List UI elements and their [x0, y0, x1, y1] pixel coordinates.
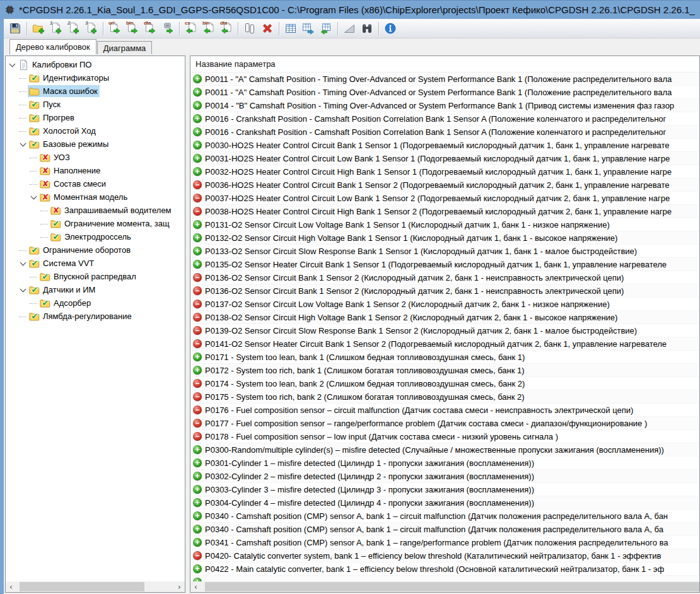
dtc-row[interactable]: P0171 - System too lean, bank 1 (Слишком… [190, 351, 699, 364]
tree-item[interactable]: ✔ Лямбда-регулирование [6, 310, 185, 323]
tree-item[interactable]: ✔ Ограничение момента, защ [6, 217, 185, 230]
tree-item[interactable]: ✔ Холостой Ход [6, 124, 185, 137]
add-file-3-button[interactable]: 3 [83, 20, 100, 37]
dtc-row[interactable]: P0136-O2 Sensor Circuit Bank 1 Sensor 2 … [190, 284, 699, 298]
expand-chevron-icon[interactable] [19, 259, 28, 268]
tree-item[interactable]: ✔ Впускной распредвал [6, 270, 185, 283]
dtc-row[interactable]: P0016 - Crankshaft Position - Camshaft P… [190, 112, 699, 125]
dtc-row[interactable]: P0141-O2 Sensor Heater Circuit Bank 1 Se… [190, 337, 699, 351]
expand-chevron-icon[interactable] [30, 166, 38, 175]
export-dta-button[interactable]: dta [142, 20, 158, 37]
import-dta-button[interactable]: dta [218, 20, 235, 37]
export-ori-button[interactable]: ori [107, 20, 123, 37]
expand-chevron-icon[interactable] [19, 127, 28, 136]
dtc-row[interactable]: P0038-HO2S Heater Control Circuit High B… [190, 205, 699, 218]
list-column-header[interactable]: Название параметра [190, 56, 699, 73]
dtc-row[interactable]: P0135-O2 Sensor Heater Circuit Bank 1 Se… [190, 258, 699, 271]
export-bin-button[interactable]: bin [124, 20, 141, 37]
expand-chevron-icon[interactable] [19, 286, 28, 294]
expand-chevron-icon[interactable] [19, 87, 28, 96]
expand-chevron-icon[interactable] [30, 299, 38, 308]
tree-item[interactable]: ✔ Система VVT [6, 257, 185, 270]
table-button[interactable] [283, 20, 299, 37]
dtc-row[interactable]: P0011 - "A" Camshaft Position - Timing O… [190, 86, 699, 99]
search-button[interactable] [359, 20, 375, 37]
dtc-row[interactable]: P0340 - Camshaft position (CMP) sensor A… [190, 523, 699, 536]
tree-item[interactable]: ✔ Пуск [6, 98, 185, 111]
dtc-row[interactable]: P0138-O2 Sensor Circuit High Voltage Ban… [190, 311, 699, 324]
dtc-row[interactable]: P0131-O2 Sensor Circuit Low Voltage Bank… [190, 218, 699, 231]
dtc-row[interactable]: P0422 - Main catalytic converter, bank 1… [190, 562, 699, 576]
expand-chevron-icon[interactable] [19, 74, 28, 83]
delete-button[interactable] [259, 20, 276, 37]
expand-chevron-icon[interactable] [19, 100, 28, 109]
scrollbar-thumb[interactable] [205, 582, 700, 591]
tree-item[interactable]: ✔ Прогрев [6, 111, 185, 124]
tree-item[interactable]: ✔ Электродроссель [6, 230, 185, 243]
dtc-row[interactable]: P0136-O2 Sensor Circuit Bank 1 Sensor 2 … [190, 271, 699, 284]
dtc-row[interactable]: P0178 - Fuel composition sensor – low in… [190, 430, 699, 443]
expand-chevron-icon[interactable] [30, 180, 38, 189]
import-cs-button[interactable]: cs [183, 20, 199, 37]
titlebar[interactable]: *CPGDSH 2.26.1_Kia_Soul_1.6_GDI_GGPS-GR5… [0, 0, 700, 19]
table-import-button[interactable] [318, 20, 334, 37]
save-button[interactable] [7, 20, 23, 37]
dtc-row[interactable]: P0139-O2 Sensor Circuit Slow Response Ba… [190, 324, 699, 337]
dtc-row[interactable]: P0011 - "A" Camshaft Position - Timing O… [190, 73, 699, 86]
dtc-row[interactable]: P0301-Cylinder 1 – misfire detected (Цил… [190, 457, 699, 470]
tree-item[interactable]: ✔ Базовые режимы [6, 137, 185, 151]
add-folder-button[interactable] [30, 20, 47, 37]
tree-item[interactable]: ✘ Состав смеси [6, 177, 185, 190]
expand-chevron-icon[interactable] [30, 153, 38, 162]
dtc-row[interactable]: P0032-HO2S Heater Control Circuit High B… [190, 165, 699, 178]
dtc-row[interactable]: P0176 - Fuel composition sensor – circui… [190, 404, 699, 417]
dtc-row[interactable]: P0175 - System too rich, bank 2 (Слишком… [190, 390, 699, 404]
tree-item[interactable]: ✘ УОЗ [6, 151, 185, 164]
dtc-row[interactable]: P0133-O2 Sensor Circuit Slow Response Ba… [190, 245, 699, 258]
expand-chevron-icon[interactable] [19, 312, 28, 321]
dtc-row[interactable]: P0340 - Camshaft position (CMP) sensor A… [190, 510, 699, 523]
scroll-left-arrow-icon[interactable]: ‹ [6, 581, 16, 592]
import-bin-button[interactable]: bin [201, 20, 217, 37]
dtc-row[interactable]: P0172 - System too rich, bank 1 (Слишком… [190, 364, 699, 377]
scroll-right-arrow-icon[interactable]: › [174, 581, 185, 592]
tree-item[interactable]: ✘ Наполнение [6, 164, 185, 177]
expand-chevron-icon[interactable] [19, 246, 28, 255]
dtc-row[interactable]: P0302-Cylinder 2 – misfire detected (Цил… [190, 470, 699, 483]
dtc-row[interactable]: P0137-O2 Sensor Circuit Low Voltage Bank… [190, 298, 699, 311]
tree-item[interactable]: ✔ Ограничение оборотов [6, 243, 185, 257]
dtc-row[interactable]: P0304-Cylinder 4 – misfire detected (Цил… [190, 496, 699, 510]
tab-calibration-tree[interactable]: Дерево калибровок [9, 39, 96, 54]
expand-chevron-icon[interactable] [30, 272, 38, 281]
dtc-row[interactable]: P0341 - Camshaft position (CMP) sensor A… [190, 536, 699, 549]
export-device-button[interactable] [160, 20, 176, 37]
scroll-left-arrow-icon[interactable]: ‹ [190, 581, 201, 592]
expand-chevron-icon[interactable] [19, 140, 28, 149]
tree-item[interactable]: Маска ошибок [6, 84, 185, 98]
compare-button[interactable] [242, 20, 258, 37]
tree-item[interactable]: ✔ Идентификаторы [6, 71, 185, 84]
expand-chevron-icon[interactable] [19, 114, 28, 122]
tree-item[interactable]: Калибровки ПО [6, 58, 185, 71]
dtc-row[interactable]: P0014 - "B" Camshaft Position - Timing O… [190, 99, 699, 112]
tab-diagram[interactable]: Диаграмма [97, 41, 153, 54]
table-export-button[interactable] [300, 20, 317, 37]
tree-item[interactable]: ✘ Запрашиваемый водителем [6, 204, 185, 217]
slope-button[interactable] [341, 20, 358, 37]
add-file-1-button[interactable]: 1 [48, 20, 64, 37]
add-file-2-button[interactable]: 2 [66, 20, 82, 37]
expand-chevron-icon[interactable] [30, 193, 38, 202]
list-horizontal-scrollbar[interactable]: ‹ [190, 581, 699, 592]
tree-horizontal-scrollbar[interactable]: ‹ › [6, 581, 185, 592]
expand-chevron-icon[interactable] [40, 233, 49, 242]
dtc-row[interactable] [190, 576, 699, 581]
dtc-row[interactable]: P0420- Catalytic converter system, bank … [190, 549, 699, 562]
expand-chevron-icon[interactable] [40, 219, 49, 228]
dtc-row[interactable]: P0177 - Fuel composition sensor – range/… [190, 417, 699, 430]
dtc-row[interactable]: P0132-O2 Sensor Circuit High Voltage Ban… [190, 231, 699, 245]
dtc-row[interactable]: P0016 - Crankshaft Position - Camshaft P… [190, 125, 699, 139]
dtc-row[interactable]: P0303-Cylinder 3 – misfire detected (Цил… [190, 483, 699, 496]
tree-item[interactable]: ✔ Датчики и ИМ [6, 283, 185, 296]
tree-item[interactable]: ✘ Моментная модель [6, 190, 185, 204]
dtc-row[interactable]: P0300-Random/multiple cylinder(s) – misf… [190, 443, 699, 457]
